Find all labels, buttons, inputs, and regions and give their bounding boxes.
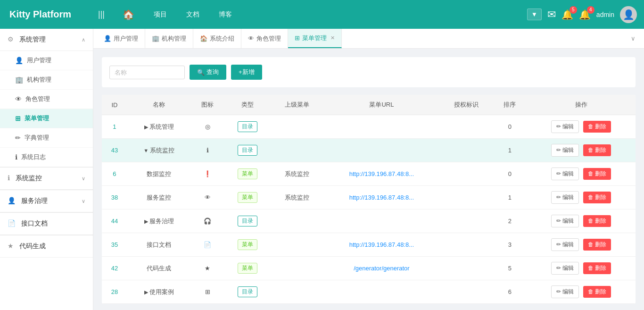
sidebar-group-codegen-header[interactable]: ★ 代码生成 (0, 235, 93, 258)
cell-url: http://139.196.87.48:8... (323, 233, 439, 257)
sidebar-group-api-header[interactable]: 📄 接口文档 (0, 213, 93, 235)
delete-button[interactable]: 🗑 删除 (583, 192, 611, 203)
delete-button[interactable]: 🗑 删除 (583, 262, 611, 274)
sidebar-group-system-header[interactable]: ⚙ 系统管理 ∧ (0, 29, 93, 51)
role-icon: 👁 (15, 95, 22, 103)
add-button[interactable]: +新增 (231, 65, 262, 80)
delete-button[interactable]: 🗑 删除 (583, 144, 611, 156)
chevron-up-icon: ∧ (82, 37, 85, 43)
cell-parent (271, 139, 324, 162)
sidebar-item-org-management[interactable]: 🏢 机构管理 (0, 70, 93, 90)
cell-type: 菜单 (224, 257, 270, 280)
alert-icon[interactable]: 🔔 4 (579, 9, 591, 20)
cell-auth (440, 280, 493, 304)
edit-button[interactable]: ✏ 编辑 (551, 285, 579, 298)
cell-type: 菜单 (224, 162, 270, 186)
delete-button[interactable]: 🗑 删除 (583, 168, 611, 180)
edit-button[interactable]: ✏ 编辑 (551, 144, 579, 157)
cell-action: ✏ 编辑 🗑 删除 (527, 280, 636, 304)
col-parent: 上级菜单 (271, 95, 324, 115)
cell-type: 菜单 (224, 186, 270, 209)
sidebar-group-monitor-header[interactable]: ℹ 系统监控 ∨ (0, 168, 93, 190)
cell-type: 目录 (224, 280, 270, 304)
tab-close-button[interactable]: ✕ (330, 35, 335, 41)
cell-parent: 系统监控 (271, 162, 324, 186)
header-dropdown-button[interactable]: ▼ (527, 8, 542, 20)
cell-sort: 6 (493, 280, 527, 304)
type-tag: 菜单 (238, 263, 257, 274)
cell-id: 42 (102, 257, 127, 280)
col-icon: 图标 (190, 95, 224, 115)
expand-icon[interactable]: ▶ (144, 218, 148, 224)
delete-button[interactable]: 🗑 删除 (583, 121, 611, 133)
cell-icon: 📄 (190, 233, 224, 257)
sidebar-collapse-button[interactable]: ||| (98, 9, 105, 19)
tab-role-management[interactable]: 👁 角色管理 (241, 29, 288, 48)
cell-id: 43 (102, 139, 127, 162)
table-row: 38 服务监控 👁 菜单 系统监控 http://139.196.87.48:8… (102, 186, 636, 209)
nav-blog[interactable]: 博客 (210, 7, 240, 23)
nav-home[interactable]: 🏠 (114, 5, 143, 24)
cell-action: ✏ 编辑 🗑 删除 (527, 186, 636, 209)
sidebar-item-menu-management[interactable]: ⊞ 菜单管理 (0, 109, 93, 128)
expand-icon[interactable]: ▶ (144, 289, 148, 295)
cell-icon: 🎧 (190, 209, 224, 233)
edit-button[interactable]: ✏ 编辑 (551, 168, 579, 180)
delete-button[interactable]: 🗑 删除 (583, 215, 611, 227)
col-name: 名称 (127, 95, 190, 115)
cell-name: 服务监控 (127, 186, 190, 209)
tabs-more-button[interactable]: ∨ (626, 35, 640, 42)
chevron-down-icon2: ∨ (82, 198, 85, 204)
nav-docs[interactable]: 文档 (178, 7, 208, 23)
tab-org-management[interactable]: 🏢 机构管理 (145, 29, 193, 48)
sidebar-item-user-management[interactable]: 👤 用户管理 (0, 51, 93, 70)
query-button[interactable]: 🔍 查询 (190, 65, 226, 80)
cell-name: 数据监控 (127, 162, 190, 186)
sidebar-group-system: ⚙ 系统管理 ∧ 👤 用户管理 🏢 机构管理 👁 角色管理 ⊞ 菜单管理 (0, 29, 93, 167)
main-layout: ⚙ 系统管理 ∧ 👤 用户管理 🏢 机构管理 👁 角色管理 ⊞ 菜单管理 (0, 29, 644, 310)
edit-button[interactable]: ✏ 编辑 (551, 238, 579, 251)
delete-button[interactable]: 🗑 删除 (583, 286, 611, 298)
expand-icon[interactable]: ▶ (144, 124, 148, 130)
page-content: 🔍 查询 +新增 ID 名称 图标 类型 上级菜单 (93, 49, 644, 310)
tabs-bar: 👤 用户管理 🏢 机构管理 🏠 系统介绍 👁 角色管理 ⊞ 菜单管理 ✕ ∨ (93, 29, 644, 49)
cell-url (323, 209, 439, 233)
cell-action: ✏ 编辑 🗑 删除 (527, 257, 636, 280)
sidebar-item-dict-management[interactable]: ✏ 字典管理 (0, 128, 93, 148)
header-nav: ||| 🏠 项目 文档 博客 (93, 5, 527, 24)
edit-button[interactable]: ✏ 编辑 (551, 262, 579, 275)
sidebar-item-system-log[interactable]: ℹ 系统日志 (0, 148, 93, 167)
tab-system-intro[interactable]: 🏠 系统介绍 (193, 29, 241, 48)
sidebar-item-role-management[interactable]: 👁 角色管理 (0, 90, 93, 109)
avatar[interactable]: 👤 (620, 6, 637, 23)
tab-user-management[interactable]: 👤 用户管理 (97, 29, 145, 48)
table-row: 43 ▼系统监控 ℹ 目录 1 ✏ 编辑 🗑 删除 (102, 139, 636, 162)
type-tag: 目录 (238, 216, 257, 226)
tab-org-management-label: 机构管理 (162, 34, 186, 43)
expand-icon[interactable]: ▼ (143, 148, 149, 153)
sidebar-group-api-label: 接口文档 (21, 219, 48, 227)
sidebar-group-monitor-label: 系统监控 (16, 174, 42, 182)
cell-id: 38 (102, 186, 127, 209)
bell-icon[interactable]: 🔔 5 (561, 9, 573, 20)
type-tag: 菜单 (238, 192, 257, 203)
edit-button[interactable]: ✏ 编辑 (551, 191, 579, 204)
cell-sort: 2 (493, 209, 527, 233)
tab-menu-management-label: 菜单管理 (302, 34, 327, 42)
sidebar-item-role-management-label: 角色管理 (25, 95, 50, 103)
edit-button[interactable]: ✏ 编辑 (551, 120, 579, 133)
cell-url (323, 115, 439, 139)
sidebar-group-codegen-label: 代码生成 (19, 242, 46, 250)
content-area: 👤 用户管理 🏢 机构管理 🏠 系统介绍 👁 角色管理 ⊞ 菜单管理 ✕ ∨ (93, 29, 644, 310)
tab-menu-management[interactable]: ⊞ 菜单管理 ✕ (288, 29, 342, 48)
cell-name: ▼系统监控 (127, 139, 190, 162)
delete-button[interactable]: 🗑 删除 (583, 239, 611, 251)
cell-url: /generator/generator (323, 257, 439, 280)
url-link: /generator/generator (354, 265, 410, 272)
nav-project[interactable]: 项目 (145, 7, 175, 23)
message-icon[interactable]: ✉ (547, 8, 556, 21)
edit-button[interactable]: ✏ 编辑 (551, 215, 579, 227)
user-icon: 👤 (15, 57, 23, 64)
sidebar-group-service-header[interactable]: 👤 服务治理 ∨ (0, 190, 93, 212)
search-input[interactable] (109, 66, 185, 79)
